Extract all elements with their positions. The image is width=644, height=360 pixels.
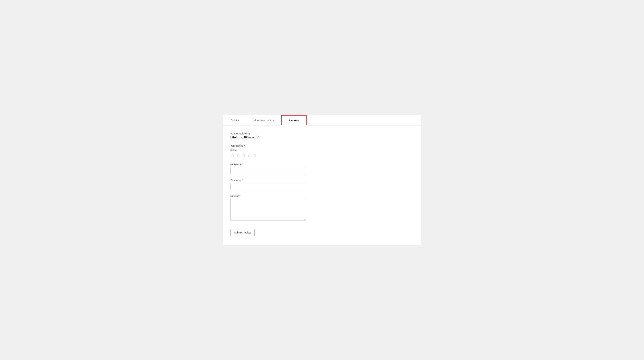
tab-more-information-label: More Information: [254, 119, 274, 122]
your-rating-label: Your Rating *: [230, 144, 414, 147]
summary-section: Summary *: [230, 179, 414, 190]
star-5[interactable]: ☆: [253, 153, 257, 158]
submit-review-button[interactable]: Submit Review: [230, 229, 254, 236]
summary-input[interactable]: [230, 183, 306, 190]
tab-details[interactable]: Details: [223, 115, 246, 125]
reviewing-product-name: LifeLong Fitness IV: [230, 136, 414, 139]
required-indicator-summary: *: [242, 179, 243, 182]
review-label: Review *: [230, 195, 414, 198]
nickname-label: Nickname *: [230, 163, 414, 166]
star-rating[interactable]: ☆ ☆ ☆ ☆ ☆: [230, 153, 414, 158]
required-indicator-review: *: [239, 195, 240, 198]
tab-more-information[interactable]: More Information: [246, 115, 281, 125]
tab-content-reviews: You're reviewing: LifeLong Fitness IV Yo…: [223, 125, 421, 245]
nickname-input[interactable]: [230, 167, 306, 174]
tab-reviews[interactable]: Reviews: [281, 115, 306, 125]
tab-reviews-label: Reviews: [289, 119, 299, 122]
reviewing-prefix: You're reviewing:: [230, 132, 414, 135]
star-3[interactable]: ☆: [242, 153, 246, 158]
star-4[interactable]: ☆: [247, 153, 252, 158]
review-textarea[interactable]: [230, 199, 306, 221]
rating-sublabel: Rating: [230, 149, 414, 151]
tab-bar: Details More Information Reviews: [223, 115, 421, 125]
star-2[interactable]: ☆: [236, 153, 240, 158]
star-1[interactable]: ☆: [230, 153, 235, 158]
tab-details-label: Details: [230, 119, 239, 122]
required-indicator-nickname: *: [242, 163, 243, 166]
summary-label: Summary *: [230, 179, 414, 182]
review-section: Review *: [230, 195, 414, 221]
review-card: Details More Information Reviews You're …: [223, 115, 421, 245]
rating-section: Your Rating * Rating ☆ ☆ ☆ ☆ ☆: [230, 144, 414, 158]
required-indicator-rating: *: [244, 144, 245, 147]
nickname-section: Nickname *: [230, 163, 414, 174]
